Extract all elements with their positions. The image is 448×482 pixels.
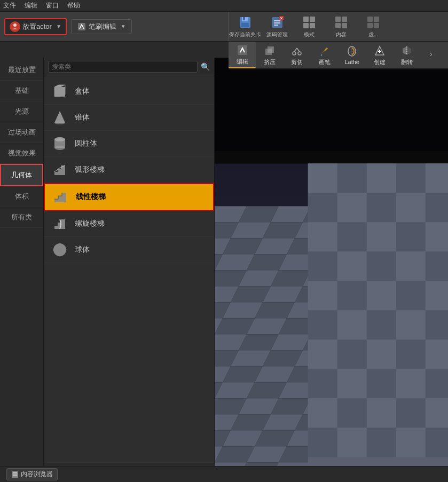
svg-text:✕: ✕ <box>280 17 283 20</box>
box-icon <box>50 82 69 101</box>
svg-point-0 <box>13 23 17 27</box>
menu-file[interactable]: 文件 <box>3 1 16 10</box>
cut-icon <box>290 44 303 57</box>
svg-rect-10 <box>274 22 280 23</box>
list-item-sphere[interactable]: 球体 <box>44 237 214 263</box>
list-item-spiral-stair[interactable]: 螺旋楼梯 <box>44 211 214 237</box>
sphere-icon <box>50 240 69 259</box>
cone-icon <box>50 108 69 127</box>
menu-edit[interactable]: 编辑 <box>25 1 37 10</box>
svg-rect-18 <box>335 23 341 28</box>
content-browser-label: 内容浏览器 <box>21 470 53 479</box>
menu-bar: 文件 编辑 窗口 帮助 <box>0 0 448 12</box>
content-browser-icon <box>11 471 19 478</box>
category-animation[interactable]: 过场动画 <box>0 122 43 143</box>
edit-tool-extrude-label: 挤压 <box>264 58 276 66</box>
menu-window[interactable]: 窗口 <box>46 1 59 10</box>
arc-stair-label: 弧形楼梯 <box>75 165 105 175</box>
svg-rect-23 <box>374 23 379 28</box>
category-sidebar: 最近放置 基础 光源 过场动画 视觉效果 几何体 体积 所有类 <box>0 58 44 482</box>
edit-tool-cut[interactable]: 剪切 <box>284 42 311 68</box>
mode-icon <box>302 15 317 30</box>
content-list: 🔍 盒体 <box>44 58 215 482</box>
category-volume[interactable]: 体积 <box>0 186 43 207</box>
edit-tool-edit-label: 编辑 <box>237 58 248 66</box>
svg-rect-12 <box>303 17 309 22</box>
content-label: 内容 <box>336 31 347 38</box>
cone-label: 锥体 <box>75 113 90 122</box>
mode-button[interactable]: 模式 <box>293 13 325 40</box>
flip-icon <box>400 44 413 57</box>
viewport-canvas <box>215 58 448 482</box>
content-browser-button[interactable]: 内容浏览器 <box>6 468 58 480</box>
edit-tool-create-label: 创建 <box>374 58 386 66</box>
search-input[interactable] <box>48 61 198 73</box>
spiral-stair-icon <box>50 214 69 233</box>
toolbar-left: 放置actor ▼ 笔刷编辑 ▼ <box>0 12 229 41</box>
search-bar: 🔍 <box>44 58 214 76</box>
svg-rect-39 <box>54 87 65 97</box>
spiral-stair-label: 螺旋楼梯 <box>75 219 105 228</box>
svg-rect-21 <box>374 17 379 22</box>
actor-dropdown-arrow: ▼ <box>56 23 61 29</box>
category-basic[interactable]: 基础 <box>0 81 43 101</box>
svg-rect-5 <box>241 23 249 27</box>
list-item-cylinder[interactable]: 圆柱体 <box>44 131 214 157</box>
source-management-button[interactable]: ✕ 源码管理 <box>261 13 293 40</box>
svg-rect-13 <box>310 17 315 22</box>
content-icon <box>334 15 349 30</box>
virtual-button[interactable]: 虚... <box>357 13 389 40</box>
list-item-cone[interactable]: 锥体 <box>44 105 214 131</box>
edit-tool-flip-label: 翻转 <box>401 58 413 66</box>
svg-point-27 <box>293 52 296 55</box>
brush-tool-icon <box>318 44 331 57</box>
source-icon: ✕ <box>270 15 285 30</box>
svg-rect-20 <box>367 17 373 22</box>
toolbar-right: 保存当前关卡 ✕ 源码管理 模式 <box>229 12 448 41</box>
edit-tools-bar: 编辑 挤压 剪切 画笔 Lathe <box>229 42 448 69</box>
create-icon <box>373 44 386 57</box>
category-all[interactable]: 所有类 <box>0 207 43 228</box>
category-recent[interactable]: 最近放置 <box>0 60 43 81</box>
svg-rect-17 <box>342 17 347 22</box>
search-icon[interactable]: 🔍 <box>201 62 210 71</box>
edit-tool-brush[interactable]: 画笔 <box>311 42 338 68</box>
edit-tool-edit[interactable]: 编辑 <box>229 42 256 68</box>
edit-tool-lathe-label: Lathe <box>344 59 359 65</box>
lathe-icon <box>345 45 358 58</box>
svg-rect-19 <box>342 23 347 28</box>
svg-rect-16 <box>335 17 341 22</box>
content-button[interactable]: 内容 <box>325 13 357 40</box>
sphere-label: 球体 <box>75 245 90 255</box>
edit-icon <box>236 44 249 57</box>
more-icon: › <box>428 48 441 61</box>
edit-tool-extrude[interactable]: 挤压 <box>256 42 283 68</box>
edit-tool-lathe[interactable]: Lathe <box>339 42 366 68</box>
menu-help[interactable]: 帮助 <box>67 1 80 10</box>
linear-stair-label: 线性楼梯 <box>76 192 106 202</box>
list-item-box[interactable]: 盒体 <box>44 78 214 105</box>
save-button[interactable]: 保存当前关卡 <box>229 13 261 40</box>
actor-icon <box>10 21 20 32</box>
svg-rect-14 <box>303 23 309 28</box>
viewport[interactable]: CSDN @妙为 <box>215 58 448 482</box>
brush-editor-button[interactable]: 笔刷编辑 ▼ <box>71 19 132 34</box>
category-visual[interactable]: 视觉效果 <box>0 143 43 164</box>
svg-point-45 <box>53 243 66 256</box>
svg-rect-9 <box>274 20 280 21</box>
extrude-icon <box>263 44 276 57</box>
edit-tool-more[interactable]: › <box>421 42 448 68</box>
svg-rect-26 <box>268 46 274 53</box>
edit-tool-create[interactable]: 创建 <box>366 42 393 68</box>
list-item-arc-stair[interactable]: 弧形楼梯 <box>44 157 214 183</box>
category-light[interactable]: 光源 <box>0 101 43 122</box>
svg-point-41 <box>54 121 65 124</box>
place-actor-button[interactable]: 放置actor ▼ <box>4 18 67 35</box>
virtual-icon <box>366 15 381 30</box>
edit-tool-flip[interactable]: 翻转 <box>393 42 420 68</box>
virtual-label: 虚... <box>368 31 378 38</box>
mode-label: 模式 <box>304 31 315 38</box>
list-item-linear-stair[interactable]: 线性楼梯 <box>44 183 214 211</box>
svg-rect-55 <box>13 475 17 476</box>
category-geometry[interactable]: 几何体 <box>0 164 43 186</box>
